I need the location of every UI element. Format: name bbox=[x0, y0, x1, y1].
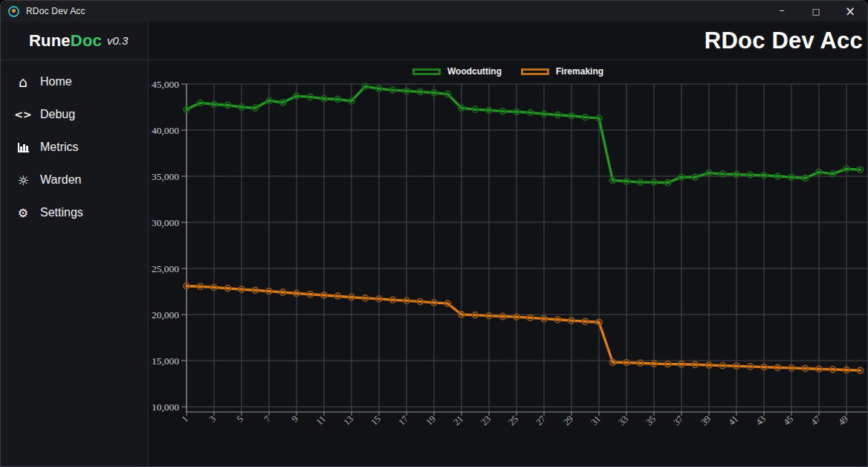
sidebar-item-label: Metrics bbox=[40, 141, 79, 154]
svg-text:33: 33 bbox=[616, 413, 630, 428]
sidebar-item-label: Settings bbox=[40, 206, 83, 219]
brand-name-primary: Rune bbox=[29, 31, 71, 51]
svg-text:25,000: 25,000 bbox=[152, 263, 179, 274]
svg-text:25: 25 bbox=[506, 413, 520, 428]
legend-label: Firemaking bbox=[556, 66, 603, 77]
svg-text:39: 39 bbox=[699, 413, 713, 428]
svg-text:21: 21 bbox=[451, 413, 465, 428]
svg-text:45: 45 bbox=[781, 413, 795, 428]
svg-text:23: 23 bbox=[479, 413, 493, 428]
chart-legend: Woodcutting Firemaking bbox=[149, 66, 867, 77]
chart-area: Woodcutting Firemaking 45,00040,00035,00… bbox=[149, 60, 867, 466]
sidebar-item-label: Warden bbox=[40, 173, 81, 187]
svg-text:30,000: 30,000 bbox=[152, 217, 179, 228]
app-body: RuneDoc v0.3 ⌂ Home <> Debug Metrics ☼ bbox=[1, 22, 867, 466]
svg-text:47: 47 bbox=[809, 413, 823, 428]
sidebar-item-metrics[interactable]: Metrics bbox=[1, 131, 148, 164]
bar-chart-icon bbox=[14, 143, 32, 152]
legend-item-firemaking[interactable]: Firemaking bbox=[521, 66, 603, 77]
svg-text:31: 31 bbox=[589, 413, 603, 428]
titlebar[interactable]: RDoc Dev Acc – □ × bbox=[1, 1, 867, 22]
svg-text:9: 9 bbox=[290, 413, 300, 424]
svg-text:45,000: 45,000 bbox=[152, 79, 179, 90]
sidebar-item-settings[interactable]: ⚙ Settings bbox=[1, 196, 148, 229]
svg-text:15,000: 15,000 bbox=[152, 355, 179, 367]
svg-text:3: 3 bbox=[207, 413, 218, 424]
svg-text:17: 17 bbox=[396, 413, 410, 428]
svg-text:11: 11 bbox=[314, 413, 328, 427]
svg-text:49: 49 bbox=[836, 413, 850, 428]
sidebar-item-home[interactable]: ⌂ Home bbox=[1, 65, 148, 98]
legend-item-woodcutting[interactable]: Woodcutting bbox=[412, 66, 502, 77]
page-title: RDoc Dev Acc bbox=[705, 28, 863, 54]
sun-icon: ☼ bbox=[14, 173, 32, 188]
main-header: RDoc Dev Acc bbox=[149, 22, 867, 60]
svg-text:13: 13 bbox=[341, 413, 355, 428]
home-icon: ⌂ bbox=[14, 74, 32, 90]
sidebar-item-label: Debug bbox=[40, 108, 75, 121]
minimize-button[interactable]: – bbox=[765, 1, 799, 22]
svg-text:29: 29 bbox=[561, 413, 575, 428]
svg-text:27: 27 bbox=[534, 413, 548, 428]
legend-label: Woodcutting bbox=[447, 66, 502, 77]
svg-text:15: 15 bbox=[369, 413, 383, 428]
brand-name-secondary: Doc bbox=[71, 31, 102, 51]
app-logo-icon bbox=[8, 6, 19, 17]
svg-text:35: 35 bbox=[644, 413, 658, 428]
gear-icon: ⚙ bbox=[14, 206, 32, 220]
app-brand: RuneDoc v0.3 bbox=[1, 22, 148, 60]
svg-text:20,000: 20,000 bbox=[152, 309, 179, 321]
titlebar-title: RDoc Dev Acc bbox=[26, 6, 85, 16]
svg-text:1: 1 bbox=[180, 413, 190, 424]
svg-text:37: 37 bbox=[671, 413, 685, 428]
svg-text:35,000: 35,000 bbox=[152, 171, 179, 182]
firemaking-swatch-icon bbox=[521, 68, 549, 75]
svg-text:19: 19 bbox=[424, 413, 438, 428]
code-icon: <> bbox=[14, 109, 32, 120]
svg-text:5: 5 bbox=[235, 413, 245, 424]
main-content: RDoc Dev Acc Woodcutting Firemaking 45,0… bbox=[149, 22, 867, 466]
svg-text:7: 7 bbox=[262, 413, 273, 424]
sidebar-nav: ⌂ Home <> Debug Metrics ☼ Warden ⚙ Se bbox=[1, 60, 148, 229]
sidebar-item-debug[interactable]: <> Debug bbox=[1, 98, 148, 131]
brand-version: v0.3 bbox=[107, 34, 128, 47]
sidebar: RuneDoc v0.3 ⌂ Home <> Debug Metrics ☼ bbox=[1, 22, 149, 466]
svg-text:10,000: 10,000 bbox=[152, 402, 179, 413]
close-button[interactable]: × bbox=[833, 1, 867, 22]
sidebar-item-label: Home bbox=[40, 75, 72, 88]
sidebar-item-warden[interactable]: ☼ Warden bbox=[1, 164, 148, 196]
svg-text:43: 43 bbox=[754, 413, 768, 428]
svg-text:41: 41 bbox=[726, 413, 740, 428]
svg-text:40,000: 40,000 bbox=[152, 125, 179, 136]
app-window: RDoc Dev Acc – □ × RuneDoc v0.3 ⌂ Home <… bbox=[0, 0, 868, 467]
window-controls: – □ × bbox=[765, 1, 867, 22]
woodcutting-swatch-icon bbox=[412, 68, 441, 75]
maximize-button[interactable]: □ bbox=[799, 1, 833, 22]
xp-line-chart: 45,00040,00035,00030,00025,00020,00015,0… bbox=[149, 60, 868, 467]
